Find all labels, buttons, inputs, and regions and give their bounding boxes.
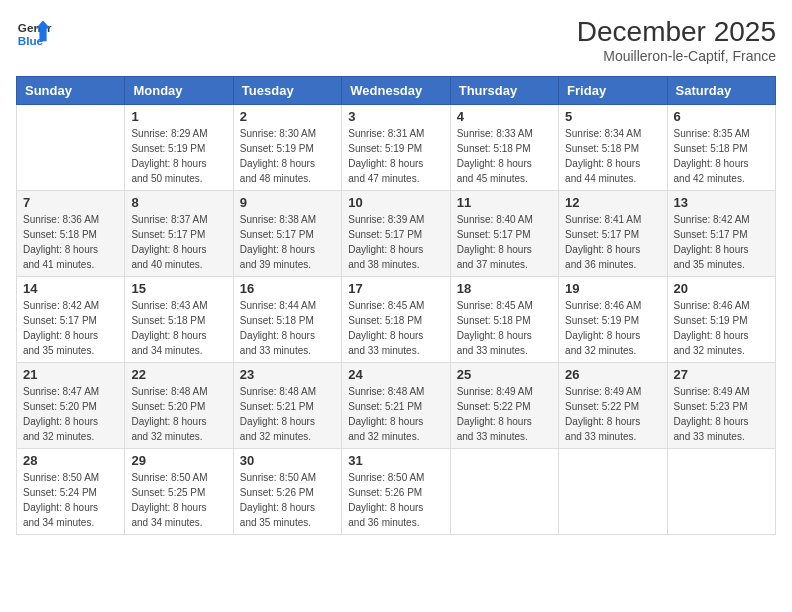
day-number: 13: [674, 195, 769, 210]
calendar-cell: 25Sunrise: 8:49 AM Sunset: 5:22 PM Dayli…: [450, 363, 558, 449]
calendar-cell: 18Sunrise: 8:45 AM Sunset: 5:18 PM Dayli…: [450, 277, 558, 363]
calendar-cell: 22Sunrise: 8:48 AM Sunset: 5:20 PM Dayli…: [125, 363, 233, 449]
calendar-cell: 12Sunrise: 8:41 AM Sunset: 5:17 PM Dayli…: [559, 191, 667, 277]
day-info: Sunrise: 8:37 AM Sunset: 5:17 PM Dayligh…: [131, 212, 226, 272]
day-number: 26: [565, 367, 660, 382]
day-info: Sunrise: 8:36 AM Sunset: 5:18 PM Dayligh…: [23, 212, 118, 272]
day-info: Sunrise: 8:44 AM Sunset: 5:18 PM Dayligh…: [240, 298, 335, 358]
day-info: Sunrise: 8:50 AM Sunset: 5:25 PM Dayligh…: [131, 470, 226, 530]
calendar-cell: 15Sunrise: 8:43 AM Sunset: 5:18 PM Dayli…: [125, 277, 233, 363]
calendar-cell: [667, 449, 775, 535]
day-info: Sunrise: 8:39 AM Sunset: 5:17 PM Dayligh…: [348, 212, 443, 272]
day-number: 17: [348, 281, 443, 296]
calendar-cell: 6Sunrise: 8:35 AM Sunset: 5:18 PM Daylig…: [667, 105, 775, 191]
day-info: Sunrise: 8:34 AM Sunset: 5:18 PM Dayligh…: [565, 126, 660, 186]
calendar-cell: [17, 105, 125, 191]
weekday-header-tuesday: Tuesday: [233, 77, 341, 105]
weekday-header-thursday: Thursday: [450, 77, 558, 105]
day-info: Sunrise: 8:41 AM Sunset: 5:17 PM Dayligh…: [565, 212, 660, 272]
calendar-cell: 27Sunrise: 8:49 AM Sunset: 5:23 PM Dayli…: [667, 363, 775, 449]
calendar-cell: 5Sunrise: 8:34 AM Sunset: 5:18 PM Daylig…: [559, 105, 667, 191]
day-number: 28: [23, 453, 118, 468]
day-info: Sunrise: 8:49 AM Sunset: 5:22 PM Dayligh…: [565, 384, 660, 444]
calendar-cell: 11Sunrise: 8:40 AM Sunset: 5:17 PM Dayli…: [450, 191, 558, 277]
calendar-cell: 29Sunrise: 8:50 AM Sunset: 5:25 PM Dayli…: [125, 449, 233, 535]
calendar-table: SundayMondayTuesdayWednesdayThursdayFrid…: [16, 76, 776, 535]
day-info: Sunrise: 8:49 AM Sunset: 5:22 PM Dayligh…: [457, 384, 552, 444]
day-info: Sunrise: 8:48 AM Sunset: 5:21 PM Dayligh…: [348, 384, 443, 444]
calendar-cell: 13Sunrise: 8:42 AM Sunset: 5:17 PM Dayli…: [667, 191, 775, 277]
day-number: 23: [240, 367, 335, 382]
calendar-cell: 14Sunrise: 8:42 AM Sunset: 5:17 PM Dayli…: [17, 277, 125, 363]
day-number: 16: [240, 281, 335, 296]
day-number: 27: [674, 367, 769, 382]
day-number: 1: [131, 109, 226, 124]
calendar-cell: 26Sunrise: 8:49 AM Sunset: 5:22 PM Dayli…: [559, 363, 667, 449]
month-title: December 2025: [577, 16, 776, 48]
day-info: Sunrise: 8:43 AM Sunset: 5:18 PM Dayligh…: [131, 298, 226, 358]
day-info: Sunrise: 8:48 AM Sunset: 5:21 PM Dayligh…: [240, 384, 335, 444]
day-number: 24: [348, 367, 443, 382]
calendar-cell: 17Sunrise: 8:45 AM Sunset: 5:18 PM Dayli…: [342, 277, 450, 363]
day-number: 19: [565, 281, 660, 296]
day-number: 21: [23, 367, 118, 382]
day-number: 3: [348, 109, 443, 124]
calendar-cell: 2Sunrise: 8:30 AM Sunset: 5:19 PM Daylig…: [233, 105, 341, 191]
day-number: 25: [457, 367, 552, 382]
day-info: Sunrise: 8:50 AM Sunset: 5:24 PM Dayligh…: [23, 470, 118, 530]
day-info: Sunrise: 8:45 AM Sunset: 5:18 PM Dayligh…: [457, 298, 552, 358]
day-number: 15: [131, 281, 226, 296]
day-number: 10: [348, 195, 443, 210]
calendar-cell: 20Sunrise: 8:46 AM Sunset: 5:19 PM Dayli…: [667, 277, 775, 363]
day-info: Sunrise: 8:31 AM Sunset: 5:19 PM Dayligh…: [348, 126, 443, 186]
day-number: 22: [131, 367, 226, 382]
day-number: 2: [240, 109, 335, 124]
day-info: Sunrise: 8:29 AM Sunset: 5:19 PM Dayligh…: [131, 126, 226, 186]
day-number: 4: [457, 109, 552, 124]
day-number: 18: [457, 281, 552, 296]
day-info: Sunrise: 8:50 AM Sunset: 5:26 PM Dayligh…: [348, 470, 443, 530]
day-info: Sunrise: 8:45 AM Sunset: 5:18 PM Dayligh…: [348, 298, 443, 358]
weekday-header-row: SundayMondayTuesdayWednesdayThursdayFrid…: [17, 77, 776, 105]
day-info: Sunrise: 8:42 AM Sunset: 5:17 PM Dayligh…: [674, 212, 769, 272]
day-info: Sunrise: 8:46 AM Sunset: 5:19 PM Dayligh…: [565, 298, 660, 358]
title-block: December 2025 Mouilleron-le-Captif, Fran…: [577, 16, 776, 64]
calendar-cell: [450, 449, 558, 535]
day-number: 11: [457, 195, 552, 210]
day-number: 5: [565, 109, 660, 124]
calendar-cell: 10Sunrise: 8:39 AM Sunset: 5:17 PM Dayli…: [342, 191, 450, 277]
day-info: Sunrise: 8:35 AM Sunset: 5:18 PM Dayligh…: [674, 126, 769, 186]
calendar-cell: 23Sunrise: 8:48 AM Sunset: 5:21 PM Dayli…: [233, 363, 341, 449]
day-number: 6: [674, 109, 769, 124]
day-number: 14: [23, 281, 118, 296]
weekday-header-saturday: Saturday: [667, 77, 775, 105]
calendar-cell: 16Sunrise: 8:44 AM Sunset: 5:18 PM Dayli…: [233, 277, 341, 363]
logo: General Blue: [16, 16, 52, 52]
weekday-header-monday: Monday: [125, 77, 233, 105]
day-info: Sunrise: 8:33 AM Sunset: 5:18 PM Dayligh…: [457, 126, 552, 186]
calendar-cell: 24Sunrise: 8:48 AM Sunset: 5:21 PM Dayli…: [342, 363, 450, 449]
week-row-4: 21Sunrise: 8:47 AM Sunset: 5:20 PM Dayli…: [17, 363, 776, 449]
week-row-1: 1Sunrise: 8:29 AM Sunset: 5:19 PM Daylig…: [17, 105, 776, 191]
weekday-header-sunday: Sunday: [17, 77, 125, 105]
calendar-cell: 21Sunrise: 8:47 AM Sunset: 5:20 PM Dayli…: [17, 363, 125, 449]
weekday-header-wednesday: Wednesday: [342, 77, 450, 105]
calendar-cell: 28Sunrise: 8:50 AM Sunset: 5:24 PM Dayli…: [17, 449, 125, 535]
day-info: Sunrise: 8:38 AM Sunset: 5:17 PM Dayligh…: [240, 212, 335, 272]
day-number: 20: [674, 281, 769, 296]
calendar-cell: 1Sunrise: 8:29 AM Sunset: 5:19 PM Daylig…: [125, 105, 233, 191]
day-info: Sunrise: 8:48 AM Sunset: 5:20 PM Dayligh…: [131, 384, 226, 444]
calendar-cell: 30Sunrise: 8:50 AM Sunset: 5:26 PM Dayli…: [233, 449, 341, 535]
day-number: 7: [23, 195, 118, 210]
day-number: 9: [240, 195, 335, 210]
day-number: 29: [131, 453, 226, 468]
day-info: Sunrise: 8:30 AM Sunset: 5:19 PM Dayligh…: [240, 126, 335, 186]
calendar-cell: 7Sunrise: 8:36 AM Sunset: 5:18 PM Daylig…: [17, 191, 125, 277]
day-number: 8: [131, 195, 226, 210]
week-row-5: 28Sunrise: 8:50 AM Sunset: 5:24 PM Dayli…: [17, 449, 776, 535]
calendar-cell: 9Sunrise: 8:38 AM Sunset: 5:17 PM Daylig…: [233, 191, 341, 277]
calendar-cell: 8Sunrise: 8:37 AM Sunset: 5:17 PM Daylig…: [125, 191, 233, 277]
logo-icon: General Blue: [16, 16, 52, 52]
calendar-cell: 19Sunrise: 8:46 AM Sunset: 5:19 PM Dayli…: [559, 277, 667, 363]
day-number: 12: [565, 195, 660, 210]
